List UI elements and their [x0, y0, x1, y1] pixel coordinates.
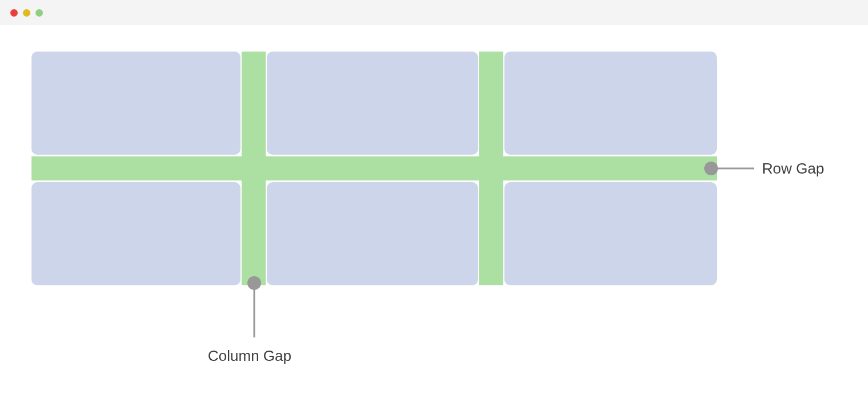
traffic-light-close-icon[interactable]: [10, 9, 18, 17]
grid-cell: [31, 52, 240, 155]
row-gap-label: Row Gap: [762, 160, 824, 178]
row-gap-highlight: [31, 156, 717, 180]
grid-cell: [267, 52, 478, 155]
traffic-light-minimize-icon[interactable]: [23, 9, 30, 17]
annotation-line: [711, 168, 754, 170]
grid-cell: [504, 52, 717, 155]
grid-cell: [504, 182, 717, 285]
grid-cell: [31, 182, 240, 285]
diagram-canvas: Row Gap Column Gap: [0, 25, 868, 393]
grid-cell: [267, 182, 478, 285]
column-gap-label: Column Gap: [208, 347, 291, 365]
annotation-line: [254, 283, 255, 337]
grid-container: [31, 52, 717, 285]
traffic-light-zoom-icon[interactable]: [35, 9, 43, 17]
window-titlebar: [0, 0, 868, 25]
